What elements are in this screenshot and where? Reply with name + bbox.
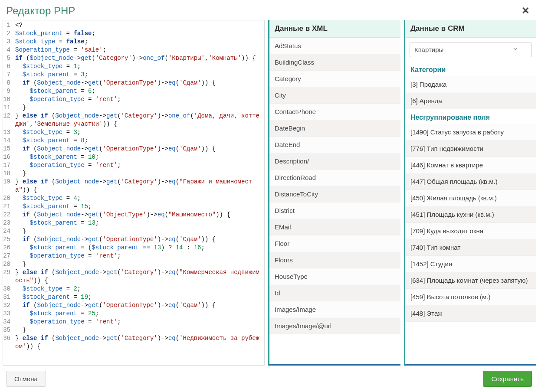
line-number: 16 [3, 153, 10, 161]
line-number: 35 [3, 326, 10, 334]
crm-field-item[interactable]: [446] Комнат в квартире [405, 157, 536, 173]
xml-item[interactable]: ContactPhone [269, 104, 400, 120]
line-number: 33 [3, 310, 10, 318]
code-line[interactable]: } [15, 260, 262, 268]
line-number: 1 [3, 21, 10, 29]
xml-item[interactable]: Id [269, 285, 400, 301]
code-line[interactable]: } [15, 326, 262, 334]
crm-field-item[interactable]: [740] Тип комнат [405, 239, 536, 256]
code-line[interactable]: $stock_parent = 19; [15, 293, 262, 301]
code-line[interactable]: $operation_type = 'sale'; [15, 46, 262, 54]
line-number: 4 [3, 46, 10, 54]
code-line[interactable]: if ($object_node->get('OperationType')->… [15, 79, 262, 87]
line-number: 20 [3, 194, 10, 203]
code-line[interactable]: $stock_parent = 15; [15, 203, 262, 211]
crm-category-item[interactable]: [6] Аренда [405, 93, 536, 109]
line-number: 34 [3, 318, 10, 326]
code-line[interactable]: $stock_parent = 25; [15, 310, 262, 318]
line-number: 36 [3, 334, 10, 351]
line-number: 28 [3, 260, 10, 268]
code-line[interactable]: $stock_type = false; [15, 38, 262, 46]
page-title: Редактор PHP [6, 5, 75, 17]
xml-item[interactable]: DateEnd [269, 137, 400, 153]
xml-item[interactable]: AdStatus [269, 38, 400, 54]
code-line[interactable]: } [15, 170, 262, 178]
code-line[interactable]: } else if ($object_node->get('Category')… [15, 268, 262, 285]
chevron-down-icon [512, 46, 518, 53]
code-line[interactable]: $stock_parent = ($stock_parent == 13) ? … [15, 244, 262, 252]
crm-field-item[interactable]: [451] Площадь кухни (кв.м.) [405, 206, 536, 223]
xml-item[interactable]: Images/Image [269, 301, 400, 318]
xml-item[interactable]: DirectionRoad [269, 170, 400, 186]
line-number: 26 [3, 244, 10, 252]
crm-category-item[interactable]: [3] Продажа [405, 76, 536, 93]
code-line[interactable]: $operation_type = 'rent'; [15, 318, 262, 326]
code-line[interactable]: $stock_type = 2; [15, 285, 262, 293]
xml-panel-title: Данные в XML [269, 20, 400, 38]
crm-category-select[interactable]: Квартиры [410, 42, 532, 57]
xml-item[interactable]: Floors [269, 252, 400, 268]
code-line[interactable]: $stock_parent = false; [15, 29, 262, 38]
code-line[interactable]: $operation_type = 'rent'; [15, 161, 262, 170]
code-line[interactable]: if ($object_node->get('OperationType')->… [15, 235, 262, 244]
crm-field-item[interactable]: [1452] Студия [405, 256, 536, 272]
code-line[interactable]: $operation_type = 'rent'; [15, 95, 262, 104]
code-line[interactable]: $stock_type = 1; [15, 62, 262, 71]
code-editor[interactable]: 1234567891011121314151617181920212223242… [3, 20, 265, 366]
main-area: 1234567891011121314151617181920212223242… [0, 20, 538, 366]
code-line[interactable]: } else if ($object_node->get('Category')… [15, 178, 262, 194]
code-line[interactable]: } [15, 104, 262, 112]
code-line[interactable]: if ($object_node->get('ObjectType')->eq(… [15, 211, 262, 219]
code-line[interactable]: $stock_parent = 6; [15, 87, 262, 95]
code-line[interactable]: $stock_type = 4; [15, 194, 262, 203]
crm-field-item[interactable]: [450] Жилая площадь (кв.м.) [405, 190, 536, 206]
code-content[interactable]: <?$stock_parent = false;$stock_type = fa… [13, 20, 264, 365]
crm-panel-title: Данные в CRM [405, 20, 536, 38]
xml-item[interactable]: Floor [269, 235, 400, 252]
line-number: 13 [3, 128, 10, 137]
code-line[interactable]: $stock_parent = 10; [15, 153, 262, 161]
crm-field-item[interactable]: [1490] Статус запуска в работу [405, 124, 536, 140]
crm-field-item[interactable]: [447] Общая площадь (кв.м.) [405, 173, 536, 190]
xml-item[interactable]: Category [269, 71, 400, 87]
cancel-button[interactable]: Отмена [6, 371, 46, 387]
save-button[interactable]: Сохранить [483, 371, 532, 387]
line-number: 29 [3, 268, 10, 285]
code-line[interactable]: } else if ($object_node->get('Category')… [15, 334, 262, 351]
line-number: 12 [3, 112, 10, 128]
xml-item[interactable]: DateBegin [269, 120, 400, 137]
code-line[interactable]: $stock_parent = 3; [15, 71, 262, 79]
close-icon[interactable]: ✕ [519, 4, 532, 17]
xml-item[interactable]: EMail [269, 219, 400, 235]
line-number: 6 [3, 62, 10, 71]
code-line[interactable]: $stock_type = 3; [15, 128, 262, 137]
code-line[interactable]: $stock_parent = 13; [15, 219, 262, 227]
crm-select-value: Квартиры [414, 46, 443, 53]
crm-field-item[interactable]: [709] Куда выходят окна [405, 223, 536, 239]
code-line[interactable]: $operation_type = 'rent'; [15, 252, 262, 260]
xml-item[interactable]: City [269, 87, 400, 104]
line-number: 21 [3, 203, 10, 211]
crm-field-item[interactable]: [459] Высота потолков (м.) [405, 289, 536, 305]
crm-field-item[interactable]: [634] Площадь комнат (через запятую) [405, 272, 536, 289]
code-line[interactable]: } [15, 227, 262, 235]
code-line[interactable]: if ($object_node->get('OperationType')->… [15, 145, 262, 153]
code-line[interactable]: if ($object_node->get('Category')->one_o… [15, 54, 262, 62]
line-number: 31 [3, 293, 10, 301]
line-number: 9 [3, 87, 10, 95]
code-line[interactable]: <? [15, 21, 262, 29]
crm-field-item[interactable]: [448] Этаж [405, 305, 536, 322]
crm-field-item[interactable]: [776] Тип недвижимости [405, 140, 536, 157]
xml-item[interactable]: BuildingClass [269, 54, 400, 71]
line-gutter: 1234567891011121314151617181920212223242… [3, 20, 13, 365]
xml-item[interactable]: District [269, 203, 400, 219]
code-line[interactable]: if ($object_node->get('OperationType')->… [15, 301, 262, 310]
code-line[interactable]: $stock_parent = 8; [15, 137, 262, 145]
xml-item[interactable]: Images/Image/@url [269, 318, 400, 334]
code-line[interactable]: } else if ($object_node->get('Category')… [15, 112, 262, 128]
xml-item[interactable]: DistanceToCity [269, 186, 400, 203]
xml-item[interactable]: HouseType [269, 268, 400, 285]
line-number: 2 [3, 29, 10, 38]
xml-item[interactable]: Description/ [269, 153, 400, 170]
line-number: 32 [3, 301, 10, 310]
